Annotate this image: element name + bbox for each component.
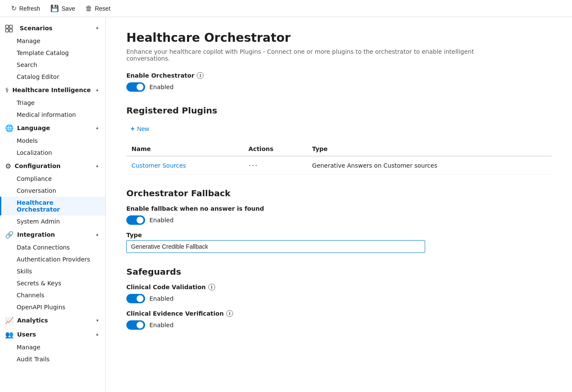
sidebar-item-medical-information[interactable]: Medical information (0, 109, 105, 121)
sidebar-item-triage[interactable]: Triage (0, 97, 105, 109)
toolbar: ↻ Refresh 💾 Save 🗑 Reset (0, 0, 572, 17)
enable-fallback-label: Enable fallback when no answer is found (126, 205, 264, 212)
svg-rect-2 (6, 29, 9, 32)
actions-menu-button[interactable]: ··· (248, 161, 302, 170)
clinical-evidence-verification-section: Clinical Evidence Verification i Enabled (126, 310, 552, 330)
col-actions: Actions (243, 142, 307, 156)
sidebar-section-configuration[interactable]: ⚙ Configuration ▾ (0, 159, 105, 173)
enable-fallback-section: Enable fallback when no answer is found … (126, 205, 552, 225)
sidebar-item-system-admin[interactable]: System Admin (0, 215, 105, 227)
fallback-type-input[interactable] (126, 240, 425, 253)
page-description: Enhance your healthcare copilot with Plu… (126, 48, 511, 62)
clinical-evidence-verification-info-icon[interactable]: i (226, 310, 233, 317)
plugin-type-cell: Generative Answers on Customer sources (307, 156, 552, 174)
sidebar-item-data-connections[interactable]: Data Connections (0, 241, 105, 253)
enable-orchestrator-label: Enable Orchestrator (126, 72, 194, 79)
reset-button[interactable]: 🗑 Reset (81, 3, 115, 14)
language-icon: 🌐 (5, 124, 14, 132)
configuration-chevron: ▾ (96, 163, 99, 169)
sidebar-item-localization[interactable]: Localization (0, 147, 105, 159)
scenarios-chevron: ▾ (96, 25, 99, 31)
analytics-chevron: ▾ (96, 318, 99, 323)
clinical-evidence-verification-status: Enabled (149, 322, 174, 328)
integration-icon: 🔗 (5, 231, 14, 239)
save-icon: 💾 (50, 4, 59, 12)
integration-chevron: ▾ (96, 232, 99, 238)
sidebar-section-users[interactable]: 👥 Users ▾ (0, 327, 105, 341)
svg-rect-3 (9, 29, 12, 32)
plus-icon: + (131, 125, 134, 133)
new-plugin-button[interactable]: + New (126, 122, 153, 135)
table-row: Customer Sources ··· Generative Answers … (126, 156, 552, 174)
sidebar-section-integration[interactable]: 🔗 Integration ▾ (0, 227, 105, 241)
main-layout: Scenarios ▾ Manage Template Catalog Sear… (0, 17, 572, 392)
sidebar-item-skills[interactable]: Skills (0, 265, 105, 277)
sidebar-item-users-manage[interactable]: Manage (0, 341, 105, 353)
orchestrator-fallback-heading: Orchestrator Fallback (126, 188, 552, 198)
page-title: Healthcare Orchestrator (126, 31, 552, 45)
sidebar-item-template-catalog[interactable]: Template Catalog (0, 47, 105, 59)
sidebar-section-language[interactable]: 🌐 Language ▾ (0, 121, 105, 135)
clinical-code-validation-label: Clinical Code Validation (126, 284, 206, 290)
col-type: Type (307, 142, 552, 156)
users-icon: 👥 (5, 331, 14, 339)
enable-fallback-toggle[interactable] (126, 215, 145, 225)
content-area: Healthcare Orchestrator Enhance your hea… (106, 17, 572, 392)
fallback-type-field: Type (126, 232, 425, 253)
sidebar-item-authentication-providers[interactable]: Authentication Providers (0, 253, 105, 265)
safeguards-heading: Safeguards (126, 267, 552, 277)
sidebar-item-search[interactable]: Search (0, 59, 105, 71)
enable-fallback-status: Enabled (149, 217, 174, 224)
sidebar-item-catalog-editor[interactable]: Catalog Editor (0, 71, 105, 83)
sidebar-item-channels[interactable]: Channels (0, 289, 105, 301)
plugin-actions-cell: ··· (243, 156, 307, 174)
reset-icon: 🗑 (85, 5, 92, 12)
clinical-code-validation-section: Clinical Code Validation i Enabled (126, 284, 552, 303)
users-chevron: ▾ (96, 332, 99, 337)
svg-rect-1 (9, 25, 12, 28)
sidebar: Scenarios ▾ Manage Template Catalog Sear… (0, 17, 106, 392)
scenarios-icon (5, 24, 16, 32)
enable-orchestrator-status: Enabled (149, 84, 174, 90)
sidebar-section-scenarios[interactable]: Scenarios ▾ (0, 20, 105, 35)
save-button[interactable]: 💾 Save (46, 3, 79, 14)
healthcare-intelligence-icon: ⚕ (5, 86, 9, 94)
clinical-code-validation-info-icon[interactable]: i (208, 284, 215, 290)
enable-orchestrator-toggle[interactable] (126, 82, 145, 92)
sidebar-item-models[interactable]: Models (0, 135, 105, 147)
sidebar-section-healthcare-intelligence[interactable]: ⚕ Healthcare Intelligence ▾ (0, 83, 105, 97)
enable-orchestrator-section: Enable Orchestrator i Enabled (126, 72, 552, 92)
clinical-evidence-verification-label: Clinical Evidence Verification (126, 310, 224, 317)
refresh-icon: ↻ (11, 4, 17, 12)
sidebar-section-analytics[interactable]: 📈 Analytics ▾ (0, 313, 105, 327)
sidebar-item-compliance[interactable]: Compliance (0, 173, 105, 185)
analytics-icon: 📈 (5, 317, 14, 325)
clinical-code-validation-status: Enabled (149, 295, 174, 302)
healthcare-intelligence-chevron: ▾ (96, 87, 99, 93)
plugin-name-cell: Customer Sources (126, 156, 243, 174)
registered-plugins-heading: Registered Plugins (126, 105, 552, 116)
col-name: Name (126, 142, 243, 156)
sidebar-item-conversation[interactable]: Conversation (0, 185, 105, 197)
sidebar-item-audit-trails[interactable]: Audit Trails (0, 353, 105, 365)
refresh-button[interactable]: ↻ Refresh (7, 3, 44, 14)
fallback-type-label: Type (126, 232, 425, 238)
configuration-icon: ⚙ (5, 162, 11, 170)
sidebar-item-secrets-keys[interactable]: Secrets & Keys (0, 277, 105, 289)
enable-orchestrator-info-icon[interactable]: i (197, 72, 204, 79)
sidebar-item-openapi-plugins[interactable]: OpenAPI Plugins (0, 301, 105, 313)
clinical-evidence-verification-toggle[interactable] (126, 320, 145, 330)
svg-rect-0 (6, 25, 9, 28)
sidebar-item-manage[interactable]: Manage (0, 35, 105, 47)
language-chevron: ▾ (96, 125, 99, 131)
sidebar-item-healthcare-orchestrator[interactable]: Healthcare Orchestrator (0, 197, 105, 215)
plugin-name-link[interactable]: Customer Sources (131, 162, 186, 169)
plugins-table: Name Actions Type Customer Sources ··· G… (126, 142, 552, 174)
clinical-code-validation-toggle[interactable] (126, 294, 145, 303)
